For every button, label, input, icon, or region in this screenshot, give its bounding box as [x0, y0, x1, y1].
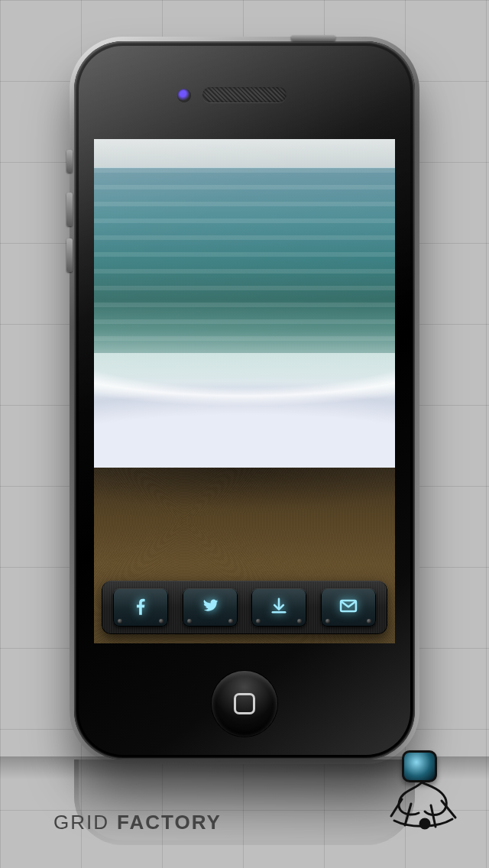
brand-word-2: FACTORY	[117, 811, 222, 834]
download-button[interactable]	[251, 588, 306, 627]
mail-icon	[338, 595, 359, 620]
share-toolbar	[102, 581, 387, 634]
earpiece	[202, 87, 287, 102]
home-button[interactable]	[212, 671, 277, 737]
mute-switch	[66, 150, 73, 173]
power-button	[291, 35, 335, 41]
app-screen	[94, 139, 395, 643]
home-glyph	[234, 693, 255, 714]
twitter-share-button[interactable]	[183, 588, 238, 627]
phone-mockup	[74, 41, 415, 760]
svg-point-1	[420, 819, 429, 828]
download-icon	[268, 595, 290, 620]
floor-shadow	[0, 756, 489, 779]
volume-up-button	[66, 193, 73, 226]
twitter-icon	[199, 595, 221, 620]
beach-photo	[94, 139, 395, 643]
brand-wordmark: GRID FACTORY	[53, 811, 222, 834]
brand-word-1: GRID	[53, 811, 109, 834]
facebook-icon	[130, 595, 151, 620]
email-share-button[interactable]	[321, 588, 376, 627]
front-camera	[177, 89, 191, 102]
facebook-share-button[interactable]	[113, 588, 168, 627]
volume-down-button	[66, 238, 73, 272]
